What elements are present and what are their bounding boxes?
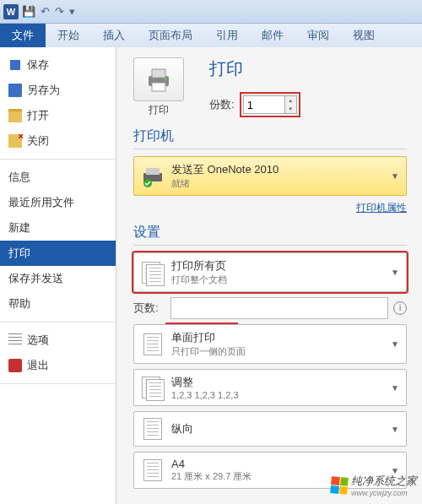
- pages-label: 页数:: [133, 301, 165, 316]
- sidebar-label: 打开: [27, 108, 49, 123]
- sidebar-item-save[interactable]: 保存: [0, 52, 116, 78]
- paper-title: A4: [171, 458, 384, 470]
- qat-dropdown-icon[interactable]: ▾: [69, 5, 75, 18]
- tab-layout[interactable]: 页面布局: [137, 24, 204, 47]
- save-icon[interactable]: 💾: [22, 5, 35, 18]
- printer-dropdown[interactable]: 发送至 OneNote 2010 就绪 ▼: [133, 156, 407, 196]
- sidebar-label: 退出: [27, 358, 49, 373]
- range-sub: 打印整个文档: [171, 274, 384, 286]
- app-icon: W: [3, 4, 19, 19]
- chevron-down-icon: ▼: [391, 268, 399, 277]
- sidebar-item-save-send[interactable]: 保存并发送: [0, 266, 116, 291]
- collate-title: 调整: [171, 375, 384, 390]
- duplex-dropdown[interactable]: 单面打印 只打印一侧的页面 ▼: [133, 324, 407, 364]
- svg-rect-5: [146, 168, 160, 175]
- printer-status: 就绪: [171, 177, 384, 190]
- sidebar-item-info[interactable]: 信息: [0, 165, 116, 190]
- exit-icon: [8, 359, 22, 372]
- tab-file[interactable]: 文件: [0, 24, 46, 47]
- page-icon: [141, 333, 165, 356]
- chevron-down-icon: ▼: [391, 425, 399, 434]
- saveas-icon: [8, 84, 22, 97]
- undo-icon[interactable]: ↶: [41, 5, 50, 18]
- pages-input[interactable]: [170, 297, 388, 319]
- tab-review[interactable]: 审阅: [295, 24, 341, 47]
- collate-dropdown[interactable]: 调整 1,2,3 1,2,3 1,2,3 ▼: [133, 369, 407, 406]
- sidebar-item-exit[interactable]: 退出: [0, 353, 116, 378]
- watermark-url: www.ycwjzy.com: [351, 489, 417, 497]
- tab-insert[interactable]: 插入: [91, 24, 137, 47]
- chevron-up-icon[interactable]: ▲: [285, 96, 296, 105]
- printer-properties-link[interactable]: 打印机属性: [133, 201, 407, 215]
- print-panel: 打印 打印 份数: ▲▼ i 打印机 发送至 OneNote 2010 就绪: [116, 47, 422, 504]
- settings-section-title: 设置: [133, 224, 407, 241]
- printer-name: 发送至 OneNote 2010: [171, 162, 384, 177]
- duplex-sub: 只打印一侧的页面: [171, 345, 384, 358]
- tab-home[interactable]: 开始: [46, 24, 91, 47]
- copies-spinner[interactable]: ▲▼: [285, 95, 297, 114]
- sidebar-item-close[interactable]: 关闭: [0, 128, 116, 154]
- close-icon: [8, 134, 22, 148]
- save-icon: [8, 58, 22, 72]
- sidebar-item-print[interactable]: 打印: [0, 241, 116, 266]
- sidebar-label: 选项: [27, 333, 49, 348]
- backstage-sidebar: 保存 另存为 打开 关闭 信息 最近所用文件 新建 打印 保存并发送 帮助 选项…: [0, 47, 116, 504]
- chevron-down-icon: ▼: [391, 171, 399, 181]
- open-icon: [8, 109, 22, 122]
- tab-mailings[interactable]: 邮件: [250, 24, 295, 47]
- sidebar-item-new[interactable]: 新建: [0, 215, 116, 241]
- orientation-title: 纵向: [171, 421, 384, 436]
- paper-icon: [141, 458, 165, 482]
- collate-icon: [141, 376, 165, 399]
- watermark: 纯净系统之家 www.ycwjzy.com: [331, 474, 417, 497]
- info-icon[interactable]: i: [393, 301, 407, 315]
- sidebar-label: 保存: [27, 57, 49, 73]
- sidebar-label: 关闭: [27, 133, 49, 149]
- watermark-text: 纯净系统之家: [351, 474, 417, 489]
- redo-icon[interactable]: ↷: [55, 5, 64, 18]
- range-title: 打印所有页: [171, 258, 384, 274]
- chevron-down-icon: ▼: [391, 383, 399, 393]
- watermark-logo: [330, 476, 349, 495]
- svg-rect-1: [152, 69, 165, 78]
- copies-label: 份数:: [209, 97, 235, 112]
- printer-status-icon: [141, 165, 165, 188]
- svg-rect-2: [152, 83, 165, 91]
- sidebar-item-saveas[interactable]: 另存为: [0, 78, 116, 103]
- chevron-down-icon: ▼: [391, 339, 399, 349]
- sidebar-item-options[interactable]: 选项: [0, 328, 116, 353]
- ribbon-tabs: 文件 开始 插入 页面布局 引用 邮件 审阅 视图: [0, 24, 422, 47]
- quick-access-toolbar: 💾 ↶ ↷ ▾: [22, 5, 75, 18]
- print-button-label: 打印: [133, 103, 184, 117]
- tab-view[interactable]: 视图: [341, 24, 387, 47]
- copies-input[interactable]: [243, 95, 285, 114]
- duplex-title: 单面打印: [171, 330, 384, 345]
- document-icon: [141, 261, 165, 285]
- tab-references[interactable]: 引用: [204, 24, 250, 47]
- print-range-dropdown[interactable]: 打印所有页 打印整个文档 ▼: [133, 252, 407, 292]
- svg-point-3: [165, 79, 167, 81]
- copies-highlight: ▲▼: [240, 92, 300, 117]
- sidebar-label: 另存为: [27, 83, 60, 98]
- print-title: 打印: [209, 57, 300, 80]
- chevron-down-icon[interactable]: ▼: [285, 105, 296, 113]
- title-bar: W 💾 ↶ ↷ ▾: [0, 0, 422, 24]
- collate-sub: 1,2,3 1,2,3 1,2,3: [171, 390, 384, 400]
- sidebar-item-open[interactable]: 打开: [0, 103, 116, 128]
- printer-section-title: 打印机: [133, 127, 407, 145]
- portrait-icon: [141, 417, 165, 441]
- printer-icon: [143, 64, 174, 95]
- sidebar-item-help[interactable]: 帮助: [0, 291, 116, 317]
- options-icon: [8, 333, 22, 347]
- sidebar-item-recent[interactable]: 最近所用文件: [0, 190, 116, 215]
- orientation-dropdown[interactable]: 纵向 ▼: [133, 411, 407, 447]
- print-button[interactable]: [133, 57, 184, 101]
